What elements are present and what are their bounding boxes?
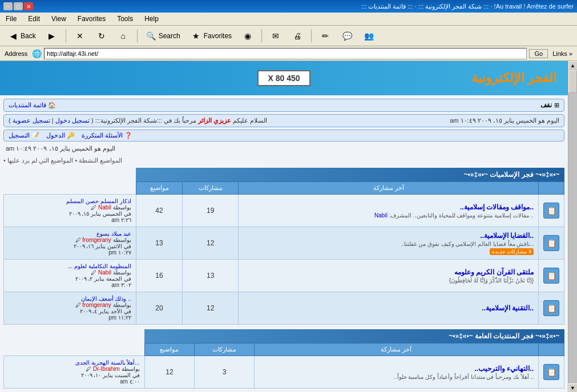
last-time: ٢:٢٦ am [111, 217, 131, 223]
forum-icon-cell: 📋 [539, 356, 564, 389]
forum-title[interactable]: ..التقنية الإسلامية.. [243, 304, 534, 312]
menu-view[interactable]: View [48, 14, 70, 24]
forum-last-cell: ...أهلاً بالسنة الهجرية الجدى بواسطة Dr-… [4, 356, 145, 389]
last-post-link[interactable]: .. وذلك أضعف الإيمان [81, 296, 131, 302]
favorites-button[interactable]: ★ Favorites [187, 29, 236, 43]
breadcrumb-left: ⊞ نقف [540, 102, 559, 109]
col-forum-icon [539, 182, 564, 195]
forum-last-cell: عيد ميلاد يسوع بواسطة fromgerany 🖊 في ال… [4, 227, 136, 260]
maximize-button[interactable]: □ [14, 2, 23, 10]
new-badge: لا مشاركات جديدة [490, 248, 534, 255]
home-button[interactable]: ⌂ [114, 29, 133, 43]
last-post-link[interactable]: ...أهلاً بالسنة الهجرية الجدى [75, 359, 140, 366]
forum-container: ⊞ نقف 🏠 قائمة المنتديات اليوم هو الخميس … [0, 95, 568, 392]
info-middle: مرحباً بك في :::شبكة الفجر الإلكترونية::… [91, 117, 196, 124]
last-user-link[interactable]: fromgerany [82, 237, 111, 243]
col-posts: مشاركات [183, 182, 239, 195]
scrollbar[interactable]: ▲ ▼ [568, 61, 577, 392]
register-link[interactable]: تسجيل عضوية [13, 117, 50, 124]
breadcrumb-title: نقف [540, 102, 552, 109]
breadcrumb-icon: ⊞ [554, 102, 559, 109]
login-action[interactable]: 🔑 الدخول [46, 132, 75, 139]
last-by: بواسطة [111, 237, 131, 243]
address-input[interactable] [44, 48, 527, 59]
search-button[interactable]: 🔍 Search [142, 29, 184, 43]
faq-icon: ❓ [124, 132, 132, 139]
minimize-button[interactable]: ─ [3, 2, 13, 10]
people-icon: 👥 [363, 30, 374, 42]
print-button[interactable]: 🖨 [288, 29, 307, 43]
discuss-btn[interactable]: 💬 [337, 29, 357, 43]
breadcrumb-home-link[interactable]: قائمة المنتديات [9, 102, 46, 108]
address-label: Address [2, 50, 30, 57]
forum-icon: 📋 [543, 235, 559, 251]
addressbar: Address 🌐 Go Links » [0, 46, 577, 61]
print-icon: 🖨 [292, 30, 303, 42]
last-user-link[interactable]: fromgerany [82, 302, 111, 308]
faq-action[interactable]: ❓ الأسئلة المتكررة [82, 132, 132, 139]
user-icon: 🖊 [91, 204, 96, 211]
menu-edit[interactable]: Edit [25, 14, 43, 24]
people-btn[interactable]: 👥 [359, 29, 378, 43]
window-titlebar: Au travail ! Arrêtez de surfer! · ::: شب… [0, 0, 577, 13]
go-button[interactable]: Go [529, 49, 548, 58]
forum-title[interactable]: ..مواقف ومقالات إسلامية.. [243, 203, 534, 211]
forum-title-cell: ..مواقف ومقالات إسلامية.... مقالات إسلام… [239, 195, 539, 227]
forum-title[interactable]: ملتقى القرآن الكريم وعلومه [243, 268, 534, 276]
last-time: ١٠:٢٧ pm [108, 249, 131, 256]
search-icon: 🔍 [146, 30, 157, 42]
forum-topics-cell: 12 [183, 227, 239, 260]
browser-body: 450 X 80 الفجر الإلكترونية ⊞ نقف 🏠 قائمة… [0, 61, 577, 392]
close-button[interactable]: ✕ [24, 2, 33, 10]
user-icon: 🖊 [75, 302, 81, 308]
visitor-link[interactable]: عزيزي الزائر [198, 117, 231, 124]
register-action[interactable]: 📝 التسجيل [9, 132, 39, 139]
table-row: 📋ملتقى القرآن الكريم وعلومه{إنَّا نَحْنُ… [4, 260, 564, 292]
banner-area: 450 X 80 الفجر الإلكترونية [0, 61, 568, 95]
menu-file[interactable]: File [2, 14, 20, 24]
last-date: في السبت يناير ١٠، ٢٠٠٩ [81, 372, 140, 378]
last-post-link[interactable]: عيد ميلاد يسوع [96, 231, 131, 237]
moderator-link[interactable]: Nabil [374, 212, 388, 219]
mail-button[interactable]: ✉ [266, 29, 285, 43]
scroll-thumb[interactable] [568, 70, 577, 93]
menu-favorites[interactable]: Favorites [74, 14, 109, 24]
login-link[interactable]: تسجيل دخول [55, 117, 90, 124]
forum-icon: 📋 [543, 364, 559, 380]
media-button[interactable]: ◉ [238, 29, 257, 43]
forum-posts-cell: 20 [136, 292, 183, 325]
forum-title[interactable]: ..القضايا الإسلامية.. [243, 232, 534, 240]
user-icon: 🖊 [75, 237, 81, 243]
scroll-down-button[interactable]: ▼ [568, 383, 578, 392]
refresh-button[interactable]: ↻ [92, 29, 111, 43]
last-post-link[interactable]: المنظومة التكاملية لعلوم ... [68, 263, 131, 269]
forum-topics-cell: 13 [183, 260, 239, 292]
col-last: آخر مشاركة [239, 182, 539, 195]
back-button[interactable]: ◀ Back [3, 29, 40, 43]
menu-tools[interactable]: Tools [114, 14, 136, 24]
forward-button[interactable]: ▶ [42, 29, 62, 43]
scroll-up-button[interactable]: ▲ [568, 61, 578, 70]
menubar: File Edit View Favorites Tools Help [0, 13, 577, 26]
window-controls: ─ □ ✕ [3, 2, 33, 10]
last-user-link[interactable]: Nabil [98, 204, 111, 211]
stop-button[interactable]: ✕ [70, 29, 90, 43]
last-user-link[interactable]: Dr-Ibrahim [93, 366, 120, 372]
menu-help[interactable]: Help [141, 14, 162, 24]
scroll-track[interactable] [568, 70, 577, 383]
forum-title[interactable]: ..التهانيء والترحيب.. [259, 365, 534, 373]
banner-size: 450 X 80 [268, 74, 300, 83]
breadcrumb-right: 🏠 قائمة المنتديات [9, 102, 56, 109]
edit-btn[interactable]: ✏ [316, 29, 335, 43]
forum-desc: .. أهلاً بك ومرحباً في منتدانا أفراحاً و… [259, 374, 534, 380]
forum-icon: 📋 [543, 300, 559, 316]
col2-posts: مشاركات [195, 343, 255, 356]
login-icon: 🔑 [67, 132, 75, 139]
last-post-link[interactable]: اذكار المسلم حصن المسلم [66, 198, 131, 204]
last-by: بواسطة [111, 302, 131, 308]
toolbar-separator-2 [137, 29, 138, 43]
forum-icon-cell: 📋 [539, 292, 564, 325]
last-user-link[interactable]: Nabil [98, 269, 111, 276]
search-label: Search [159, 32, 180, 40]
info-end: ) [9, 117, 11, 124]
